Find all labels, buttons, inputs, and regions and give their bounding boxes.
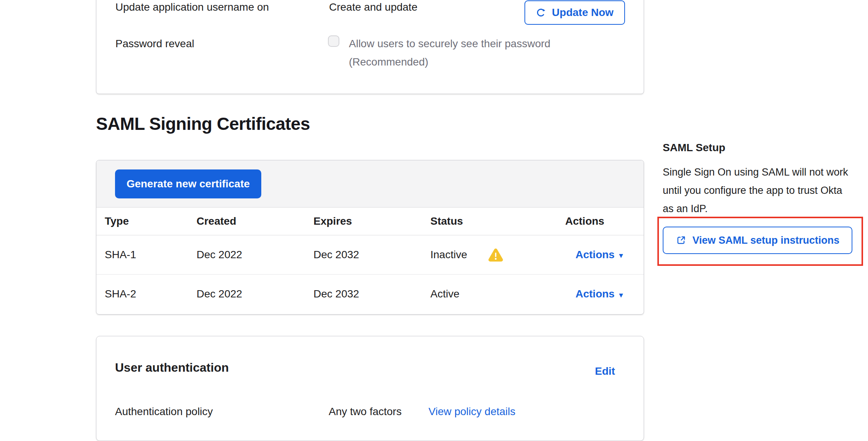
- certificates-card: Generate new certificate Type Created Ex…: [96, 160, 644, 315]
- column-header-status: Status: [430, 207, 463, 235]
- cell-created: Dec 2022: [197, 235, 242, 274]
- authentication-policy-value: Any two factors: [329, 406, 401, 418]
- edit-link[interactable]: Edit: [595, 365, 615, 377]
- actions-label: Actions: [575, 249, 615, 261]
- page: Update application username on Create an…: [0, 0, 868, 441]
- cell-status: Active: [430, 274, 459, 314]
- view-saml-setup-instructions-button[interactable]: View SAML setup instructions: [663, 227, 852, 254]
- cell-expires: Dec 2032: [313, 274, 359, 314]
- certificate-row-sha1: SHA-1 Dec 2022 Dec 2032 Inactive Actions…: [96, 235, 644, 275]
- certificate-actions-dropdown[interactable]: Actions ▾: [575, 274, 623, 314]
- cell-type: SHA-1: [105, 235, 136, 274]
- password-reveal-recommended-note: (Recommended): [349, 56, 428, 68]
- password-reveal-checkbox[interactable]: [328, 35, 339, 47]
- generate-certificate-button[interactable]: Generate new certificate: [115, 169, 261, 198]
- saml-setup-title: SAML Setup: [663, 142, 725, 154]
- certificates-toolbar: Generate new certificate: [96, 160, 644, 208]
- certificate-row-sha2: SHA-2 Dec 2022 Dec 2032 Active Actions ▾: [96, 274, 644, 314]
- column-header-expires: Expires: [313, 207, 352, 235]
- view-saml-setup-label: View SAML setup instructions: [692, 235, 839, 246]
- warning-icon: [488, 248, 503, 262]
- user-authentication-card: User authentication Edit Authentication …: [96, 336, 644, 441]
- cell-created: Dec 2022: [197, 274, 242, 314]
- password-reveal-label: Password reveal: [115, 38, 194, 50]
- column-header-type: Type: [105, 207, 129, 235]
- column-header-actions: Actions: [565, 207, 604, 235]
- view-policy-details-link[interactable]: View policy details: [428, 406, 515, 418]
- actions-label: Actions: [575, 288, 615, 300]
- signon-settings-card: Update application username on Create an…: [96, 0, 644, 94]
- caret-down-icon: ▾: [619, 252, 623, 259]
- saml-setup-description: Single Sign On using SAML will not work …: [663, 163, 855, 218]
- user-authentication-title: User authentication: [115, 361, 229, 375]
- username-update-value: Create and update: [329, 1, 417, 13]
- password-reveal-description: Allow users to securely see their passwo…: [349, 38, 550, 50]
- cell-expires: Dec 2032: [313, 235, 359, 274]
- page-title: SAML Signing Certificates: [96, 113, 310, 134]
- external-link-icon: [676, 235, 686, 246]
- cell-status: Inactive: [430, 235, 467, 274]
- certificate-actions-dropdown[interactable]: Actions ▾: [575, 235, 623, 274]
- update-now-button[interactable]: Update Now: [524, 0, 625, 25]
- authentication-policy-label: Authentication policy: [115, 406, 213, 418]
- update-now-label: Update Now: [552, 6, 614, 19]
- caret-down-icon: ▾: [619, 291, 623, 299]
- certificates-table-header: Type Created Expires Status Actions: [96, 207, 644, 235]
- column-header-created: Created: [197, 207, 236, 235]
- refresh-icon: [536, 8, 546, 18]
- username-update-label: Update application username on: [115, 1, 269, 13]
- cell-type: SHA-2: [105, 274, 136, 314]
